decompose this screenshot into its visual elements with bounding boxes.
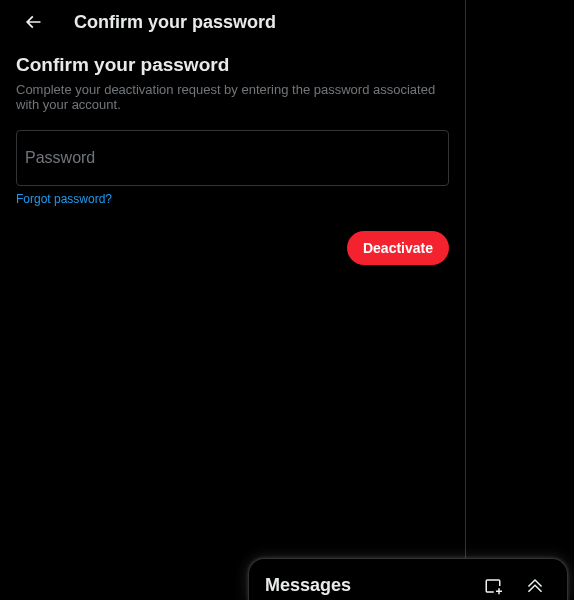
password-field-wrapper[interactable]: Password (16, 130, 449, 186)
header-title: Confirm your password (74, 12, 276, 33)
page-title: Confirm your password (16, 54, 449, 76)
action-row: Deactivate (0, 217, 465, 279)
new-message-icon (484, 577, 502, 595)
messages-drawer[interactable]: Messages (248, 558, 568, 600)
arrow-left-icon (23, 12, 43, 32)
deactivate-button[interactable]: Deactivate (347, 231, 449, 265)
expand-drawer-button[interactable] (519, 570, 551, 601)
back-button[interactable] (16, 5, 50, 39)
page-description: Complete your deactivation request by en… (16, 82, 449, 112)
content-area: Confirm your password Complete your deac… (0, 44, 465, 217)
double-chevron-up-icon (526, 577, 544, 595)
password-input[interactable] (25, 143, 440, 173)
header: Confirm your password (0, 0, 465, 44)
new-message-button[interactable] (477, 570, 509, 601)
settings-panel: Confirm your password Confirm your passw… (0, 0, 466, 600)
messages-title: Messages (265, 575, 351, 596)
forgot-password-link[interactable]: Forgot password? (16, 192, 112, 206)
messages-actions (477, 570, 551, 601)
